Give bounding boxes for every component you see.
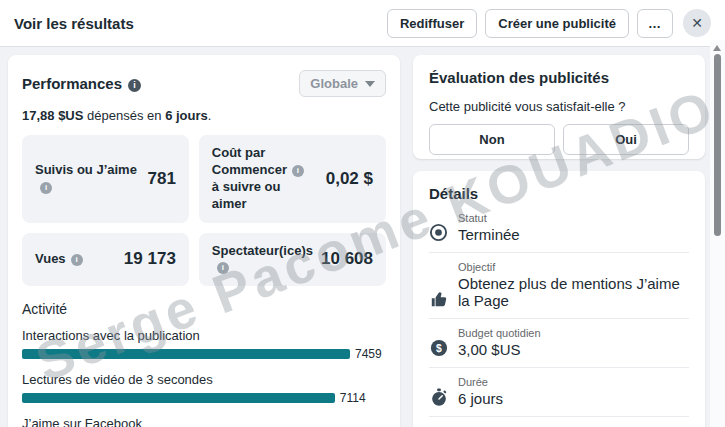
detail-row: $ Budget quotidien 3,00 $US	[429, 319, 689, 368]
info-icon	[71, 254, 83, 266]
metric-card: Coût par Commencer à suivre ou aimer 0,0…	[199, 135, 386, 223]
detail-text: Budget quotidien 3,00 $US	[458, 327, 541, 358]
no-button[interactable]: Non	[429, 124, 555, 155]
modal-content: Performances Globale 17,88 $US dépensés …	[0, 46, 725, 427]
detail-label: Objectif	[458, 261, 689, 273]
activity-label: Lectures de vidéo de 3 secondes	[22, 372, 386, 387]
performances-header: Performances Globale	[22, 70, 386, 97]
metric-label: Vues	[35, 251, 116, 268]
close-button[interactable]: ✕	[683, 9, 711, 37]
scroll-up-arrow-icon[interactable]	[713, 45, 721, 51]
detail-value: Terminée	[458, 226, 520, 243]
rebroadcast-button[interactable]: Rediffuser	[387, 9, 477, 38]
spend-middle-text: dépensés en	[83, 108, 165, 123]
detail-row: Statut Terminée	[429, 204, 689, 253]
stopwatch-icon	[429, 387, 448, 406]
spend-end-text: .	[208, 108, 212, 123]
chevron-down-icon	[365, 81, 375, 87]
info-icon	[128, 79, 141, 92]
performances-card: Performances Globale 17,88 $US dépensés …	[8, 55, 400, 427]
metric-value: 781	[147, 169, 175, 189]
detail-text: Objectif Obtenez plus de mentions J’aime…	[458, 261, 689, 309]
activity-value: 7459	[355, 347, 382, 361]
activity-bar-line: 7114	[22, 391, 386, 405]
detail-label: Budget quotidien	[458, 327, 541, 339]
spend-summary: 17,88 $US dépensés en 6 jours.	[22, 108, 386, 123]
activity-bar	[22, 393, 335, 403]
activity-list: Interactions avec la publication 7459 Le…	[22, 328, 386, 427]
ad-evaluation-card: Évaluation des publicités Cette publicit…	[413, 55, 705, 159]
more-options-button[interactable]: …	[637, 9, 673, 38]
metric-card: Vues 19 173	[22, 233, 189, 287]
spend-duration: 6 jours	[165, 108, 208, 123]
detail-text: Durée 6 jours	[458, 376, 503, 407]
evaluation-buttons: Non Oui	[429, 124, 689, 155]
scrollbar	[710, 40, 725, 427]
activity-label: J’aime sur Facebook	[22, 416, 386, 427]
performances-title: Performances	[22, 75, 141, 92]
performances-title-text: Performances	[22, 75, 122, 92]
activity-bar	[22, 349, 350, 359]
spend-amount: 17,88 $US	[22, 108, 83, 123]
info-icon	[40, 182, 52, 194]
details-title: Détails	[429, 185, 689, 202]
scrollbar-thumb[interactable]	[714, 54, 721, 236]
detail-value: 3,00 $US	[458, 341, 541, 358]
page-title: Voir les résultats	[14, 15, 134, 32]
yes-button[interactable]: Oui	[563, 124, 689, 155]
info-icon	[217, 262, 229, 274]
info-icon	[292, 165, 304, 177]
activity-row: Lectures de vidéo de 3 secondes 7114	[22, 372, 386, 405]
metric-label-text: Spectateur(ice)s	[212, 243, 313, 258]
metric-grid: Suivis ou J’aime 781 Coût par Commencer …	[22, 135, 386, 286]
metric-label-text: Coût par Commencer	[212, 145, 287, 177]
metric-label: Suivis ou J’aime	[35, 162, 139, 196]
header-actions: Rediffuser Créer une publicité … ✕	[387, 9, 711, 38]
close-icon: ✕	[691, 15, 703, 31]
metric-label: Coût par Commencer à suivre ou aimer	[212, 145, 318, 213]
detail-label: Statut	[458, 212, 520, 224]
thumbs-up-icon	[429, 289, 448, 308]
details-card: Détails Statut Terminée Objectif Obtenez…	[413, 171, 705, 427]
evaluation-question: Cette publicité vous satisfait-elle ?	[429, 99, 689, 114]
metric-label-text: Vues	[35, 251, 66, 266]
metric-value: 0,02 $	[326, 169, 373, 189]
dollar-icon: $	[429, 338, 448, 357]
activity-label: Interactions avec la publication	[22, 328, 386, 343]
metric-card: Suivis ou J’aime 781	[22, 135, 189, 223]
activity-section-title: Activité	[22, 301, 386, 317]
modal-header: Voir les résultats Rediffuser Créer une …	[0, 0, 725, 46]
detail-value: Obtenez plus de mentions J’aime la Page	[458, 275, 689, 309]
detail-row: Objectif Obtenez plus de mentions J’aime…	[429, 253, 689, 319]
metric-value: 19 173	[124, 249, 176, 269]
detail-text: Statut Terminée	[458, 212, 520, 243]
activity-bar-line: 7459	[22, 347, 386, 361]
detail-label: Durée	[458, 376, 503, 388]
detail-row: Durée 6 jours	[429, 368, 689, 417]
metric-card: Spectateur(ice)s 10 608	[199, 233, 386, 287]
scope-dropdown-label: Globale	[310, 76, 358, 91]
activity-value: 7114	[340, 391, 366, 405]
scope-dropdown[interactable]: Globale	[299, 70, 386, 97]
activity-row: J’aime sur Facebook 781	[22, 416, 386, 427]
metric-label-line2: à suivre ou aimer	[212, 179, 281, 211]
evaluation-title: Évaluation des publicités	[429, 69, 689, 86]
detail-value: 6 jours	[458, 390, 503, 407]
svg-text:$: $	[436, 342, 442, 353]
create-ad-button[interactable]: Créer une publicité	[485, 9, 629, 38]
metric-value: 10 608	[321, 249, 373, 269]
detail-row: Date de début 1 nov 2025	[429, 417, 689, 427]
metric-label: Spectateur(ice)s	[212, 243, 313, 277]
metric-label-text: Suivis ou J’aime	[35, 162, 137, 177]
activity-row: Interactions avec la publication 7459	[22, 328, 386, 361]
status-icon	[429, 223, 448, 242]
